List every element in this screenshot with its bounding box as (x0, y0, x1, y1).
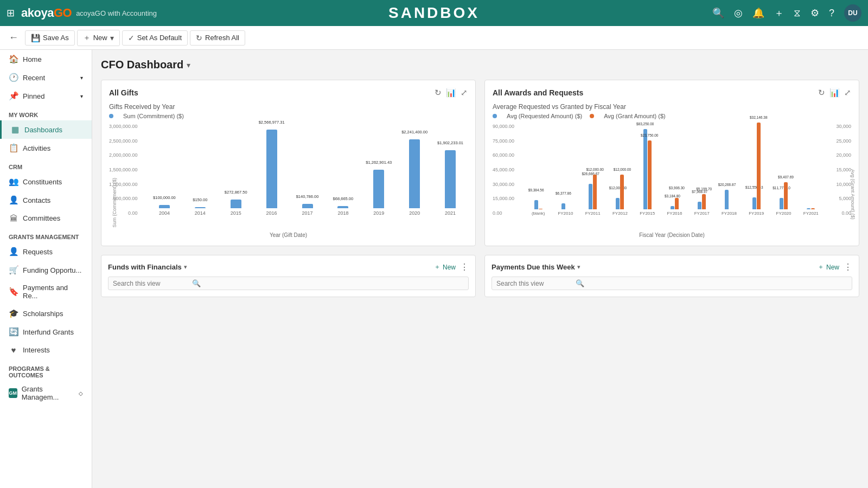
refresh-all-label: Refresh All (205, 34, 239, 42)
gifts-y-axis-title: Sum (Commitment) ($) (112, 178, 117, 228)
funds-actions: ＋ New ⋮ (434, 262, 469, 272)
page-title-chevron-icon[interactable]: ▾ (187, 61, 190, 69)
funds-new-icon: ＋ (434, 262, 441, 272)
bar-2016-rect[interactable]: $2,566,977.31 (266, 130, 277, 208)
bar-2014-rect[interactable]: $150.00 (195, 207, 206, 208)
activities-icon: 📋 (9, 143, 18, 153)
bar-2016: $2,566,977.31 2016 (254, 116, 289, 216)
payments-chevron-icon[interactable]: ▾ (577, 264, 580, 271)
gifts-refresh-icon[interactable]: ↻ (435, 88, 442, 98)
sidebar-item-recent[interactable]: 🕐 Recent ▾ (0, 68, 92, 87)
awards-legend: Avg (Requested Amount) ($) Avg (Grant Am… (493, 113, 851, 119)
sidebar-constituents-label: Constituents (23, 178, 62, 186)
bar-2004-rect[interactable]: $100,000.00 (159, 205, 170, 208)
target-icon[interactable]: ◎ (734, 7, 743, 19)
sidebar-item-grants-mgmt[interactable]: GM Grants Managem... ◇ (0, 381, 92, 406)
home-icon: 🏠 (9, 54, 18, 64)
sidebar: 🏠 Home 🕐 Recent ▾ 📌 Pinned ▾ My Work ▦ D… (0, 50, 92, 488)
sidebar-item-activities[interactable]: 📋 Activities (0, 139, 92, 157)
pinned-chevron-icon: ▾ (80, 93, 83, 99)
award-bar-fy2012: $12,000.00 $12,000.00 FY2012 (607, 123, 633, 216)
save-as-button[interactable]: 💾 Save As (25, 30, 75, 46)
plus-icon[interactable]: ＋ (774, 7, 784, 20)
refresh-all-button[interactable]: ↻ Refresh All (190, 30, 245, 46)
funding-icon: 🛒 (9, 265, 18, 275)
payments-search-input[interactable] (496, 280, 572, 287)
sidebar-item-pinned[interactable]: 📌 Pinned ▾ (0, 87, 92, 105)
save-icon: 💾 (31, 34, 40, 42)
funds-search-icon[interactable]: 🔍 (192, 279, 201, 287)
awards-req-label: Avg (Requested Amount) ($) (507, 113, 582, 119)
awards-export-icon[interactable]: 📊 (829, 88, 840, 98)
payments-new-label: New (826, 264, 839, 271)
gifts-legend-dot (109, 114, 113, 118)
sidebar-contacts-label: Contacts (23, 196, 50, 204)
sidebar-item-funding[interactable]: 🛒 Funding Opportu... (0, 261, 92, 279)
funds-new-button[interactable]: ＋ New (434, 262, 456, 272)
sidebar-item-contacts[interactable]: 👤 Contacts (0, 191, 92, 209)
grid-icon[interactable]: ⊞ (7, 7, 15, 19)
bar-2018-rect[interactable]: $68,665.00 (337, 206, 348, 208)
grants-section: Grants Management (0, 227, 92, 242)
bar-2019: $1,262,901.43 2019 (361, 116, 396, 216)
funds-search-input[interactable] (113, 280, 189, 287)
sidebar-item-constituents[interactable]: 👥 Constituents (0, 172, 92, 191)
funds-new-label: New (443, 264, 456, 271)
search-icon[interactable]: 🔍 (712, 7, 724, 19)
bar-2020: $2,241,400.00 2020 (397, 116, 432, 216)
bar-2021-rect[interactable]: $1,902,233.01 (445, 150, 456, 208)
funds-header: Funds with Financials ▾ ＋ New ⋮ (108, 262, 469, 272)
payments-icon: 🔖 (9, 287, 18, 297)
sidebar-item-interests[interactable]: ♥ Interests (0, 341, 92, 359)
grants-mgmt-badge: GM (9, 388, 17, 398)
help-icon[interactable]: ? (829, 8, 834, 19)
sidebar-item-interfund[interactable]: 🔄 Interfund Grants (0, 323, 92, 341)
sidebar-item-requests[interactable]: 👤 Requests (0, 242, 92, 261)
sidebar-item-home[interactable]: 🏠 Home (0, 50, 92, 68)
gifts-export-icon[interactable]: 📊 (446, 88, 456, 98)
avatar[interactable]: DU (844, 4, 861, 22)
payments-search-icon[interactable]: 🔍 (576, 279, 584, 287)
sidebar-item-dashboards[interactable]: ▦ Dashboards (0, 120, 92, 139)
payments-more-button[interactable]: ⋮ (844, 262, 852, 272)
filter-icon[interactable]: ⧖ (794, 8, 801, 19)
bar-2019-rect[interactable]: $1,262,901.43 (373, 170, 384, 208)
gifts-chart-title: Gifts Received by Year (109, 103, 468, 111)
gifts-expand-icon[interactable]: ⤢ (461, 88, 468, 98)
all-gifts-actions: ↻ 📊 ⤢ (435, 88, 468, 98)
award-bar-fy2016: $3,184.80 $3,906.30 FY2016 (661, 123, 687, 216)
refresh-icon: ↻ (196, 34, 202, 42)
sidebar-item-payments[interactable]: 🔖 Payments and Re... (0, 279, 92, 304)
all-awards-header: All Awards and Requests ↻ 📊 ⤢ (493, 88, 851, 98)
settings-icon[interactable]: ⚙ (810, 7, 819, 19)
back-button[interactable]: ← (9, 32, 18, 43)
bar-2020-rect[interactable]: $2,241,400.00 (409, 139, 420, 208)
sidebar-grants-mgmt-label: Grants Managem... (22, 385, 74, 401)
payments-card: Payments Due this Week ▾ ＋ New ⋮ 🔍 (484, 255, 859, 297)
awards-refresh-icon[interactable]: ↻ (818, 88, 825, 98)
all-gifts-header: All Gifts ↻ 📊 ⤢ (109, 88, 468, 98)
funds-more-button[interactable]: ⋮ (460, 262, 469, 272)
interests-icon: ♥ (9, 345, 18, 355)
page-title: CFO Dashboard (101, 59, 183, 71)
payments-new-button[interactable]: ＋ New (818, 262, 839, 272)
bar-2017-rect[interactable]: $140,786.00 (302, 204, 313, 208)
funds-search-box[interactable]: 🔍 (108, 277, 469, 290)
all-awards-title: All Awards and Requests (493, 88, 583, 97)
requests-icon: 👤 (9, 247, 18, 256)
bell-icon[interactable]: 🔔 (752, 7, 764, 19)
sidebar-item-committees[interactable]: 🏛 Committees (0, 209, 92, 227)
sidebar-item-scholarships[interactable]: 🎓 Scholarships (0, 304, 92, 323)
main-layout: 🏠 Home 🕐 Recent ▾ 📌 Pinned ▾ My Work ▦ D… (0, 50, 868, 488)
bar-2015-rect[interactable]: $272,867.50 (231, 200, 241, 208)
sidebar-funding-label: Funding Opportu... (23, 266, 81, 274)
set-default-button[interactable]: ✓ Set As Default (122, 30, 188, 46)
funds-chevron-icon[interactable]: ▾ (184, 264, 187, 271)
funds-title: Funds with Financials (108, 263, 182, 271)
awards-expand-icon[interactable]: ⤢ (844, 88, 851, 98)
set-default-label: Set As Default (137, 34, 182, 42)
award-bar-fy2010: $6,377.86 FY2010 (552, 123, 578, 216)
award-bar-fy2017: $7,968.97 $5,199.70 FY2017 (689, 123, 715, 216)
new-button[interactable]: ＋ New ▾ (77, 30, 120, 46)
payments-search-box[interactable]: 🔍 (492, 277, 852, 290)
